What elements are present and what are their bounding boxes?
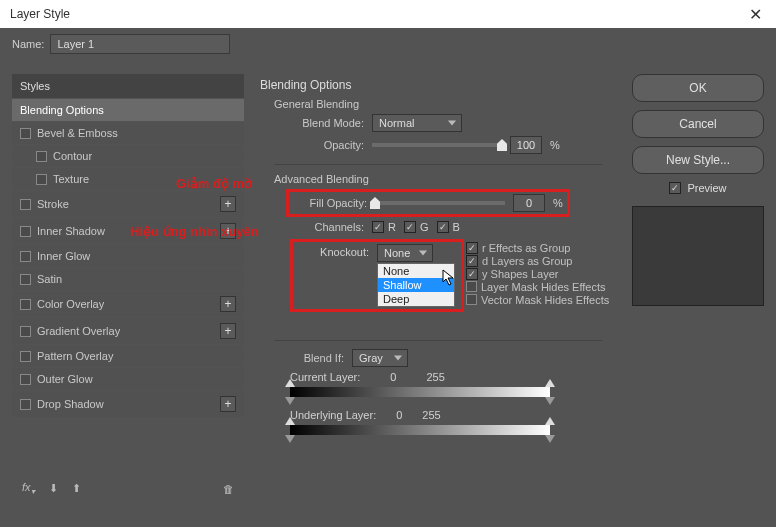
slider-thumb-icon[interactable] [497,139,507,151]
current-layer-gradient[interactable] [290,387,550,397]
opacity-label: Opacity: [290,139,364,151]
dialog-buttons: OK Cancel New Style... ✓ Preview [632,74,764,504]
blend-if-label: Blend If: [290,352,344,364]
style-bevel-emboss[interactable]: Bevel & Emboss [12,122,244,144]
close-icon[interactable]: ✕ [743,3,768,26]
channel-r-checkbox[interactable]: ✓ [372,221,384,233]
annotation-text-1: Giảm độ mờ [176,176,252,191]
preview-row: ✓ Preview [632,182,764,194]
checkbox-icon[interactable] [20,128,31,139]
current-layer-row: Current Layer: 0 255 [290,371,616,383]
cancel-button[interactable]: Cancel [632,110,764,138]
current-layer-label: Current Layer: [290,371,360,383]
style-gradient-overlay[interactable]: Gradient Overlay+ [12,318,244,344]
gradient-stop-icon[interactable] [545,379,555,387]
titlebar: Layer Style ✕ [0,0,776,28]
add-drop-shadow-button[interactable]: + [220,396,236,412]
checkbox-icon[interactable] [20,199,31,210]
fill-opacity-label: Fill Opacity: [293,197,367,209]
add-color-overlay-button[interactable]: + [220,296,236,312]
style-drop-shadow[interactable]: Drop Shadow+ [12,391,244,417]
gradient-stop-icon[interactable] [285,435,295,443]
blend-mode-label: Blend Mode: [290,117,364,129]
knockout-select[interactable]: None [377,244,433,262]
gradient-stop-icon[interactable] [285,379,295,387]
trash-icon[interactable]: 🗑 [223,483,234,495]
style-color-overlay[interactable]: Color Overlay+ [12,291,244,317]
vector-mask-checkbox[interactable] [466,294,477,305]
annotation-box-knockout: Knockout: None None Shallow Deep [290,239,464,312]
arrow-down-icon[interactable]: ⬇ [49,482,58,495]
knockout-label: Knockout: [295,244,369,258]
channel-b-checkbox[interactable]: ✓ [437,221,449,233]
knockout-opt-shallow[interactable]: Shallow [378,278,454,292]
checkbox-icon[interactable] [20,351,31,362]
style-list: Blending Options Bevel & Emboss Contour … [12,99,244,417]
style-footer: fx▾ ⬇ ⬆ 🗑 [12,473,244,504]
checkbox-icon[interactable] [20,251,31,262]
gradient-stop-icon[interactable] [545,435,555,443]
checkbox-icon[interactable] [20,326,31,337]
opacity-input[interactable] [510,136,542,154]
add-gradient-overlay-button[interactable]: + [220,323,236,339]
annotation-box-fill: Fill Opacity: % [286,189,570,217]
checkbox-icon[interactable] [36,174,47,185]
knockout-opt-deep[interactable]: Deep [378,292,454,306]
add-stroke-button[interactable]: + [220,196,236,212]
opacity-slider[interactable] [372,143,502,147]
style-satin[interactable]: Satin [12,268,244,290]
slider-thumb-icon[interactable] [370,197,380,209]
preview-swatch [632,206,764,306]
channel-g-checkbox[interactable]: ✓ [404,221,416,233]
fill-opacity-row: Fill Opacity: % [293,194,563,212]
style-pattern-overlay[interactable]: Pattern Overlay [12,345,244,367]
blend-mode-select[interactable]: Normal [372,114,462,132]
styles-panel: Styles Blending Options Bevel & Emboss C… [12,74,244,504]
style-inner-glow[interactable]: Inner Glow [12,245,244,267]
name-label: Name: [12,38,44,50]
gradient-stop-icon[interactable] [545,417,555,425]
knockout-opt-none[interactable]: None [378,264,454,278]
layer-name-input[interactable] [50,34,230,54]
style-blending-options[interactable]: Blending Options [12,99,244,121]
arrow-up-icon[interactable]: ⬆ [72,482,81,495]
blend-if-row: Blend If: Gray [290,349,616,367]
underlying-layer-row: Underlying Layer: 0 255 [290,409,616,421]
blend-if-select[interactable]: Gray [352,349,408,367]
new-style-button[interactable]: New Style... [632,146,764,174]
underlying-layer-gradient[interactable] [290,425,550,435]
channels-row: Channels: ✓R ✓G ✓B [290,221,616,233]
gradient-stop-icon[interactable] [285,397,295,405]
advanced-blending-title: Advanced Blending [274,173,616,185]
annotation-text-2: Hiệu ứng nhìn xuyên [130,224,259,239]
style-contour[interactable]: Contour [12,145,244,167]
opacity-row: Opacity: % [290,136,616,154]
fx-icon[interactable]: fx▾ [22,481,35,496]
fill-opacity-slider[interactable] [375,201,505,205]
preview-checkbox[interactable]: ✓ [669,182,681,194]
checkbox-icon[interactable] [20,226,31,237]
checkbox-icon[interactable] [20,299,31,310]
transparency-checkbox[interactable]: ✓ [466,268,478,280]
layer-mask-checkbox[interactable] [466,281,477,292]
blend-clipped-checkbox[interactable]: ✓ [466,255,478,267]
underlying-label: Underlying Layer: [290,409,376,421]
channels-label: Channels: [290,221,364,233]
ok-button[interactable]: OK [632,74,764,102]
window-title: Layer Style [10,7,70,21]
checkbox-icon[interactable] [20,274,31,285]
gradient-stop-icon[interactable] [545,397,555,405]
checkbox-icon[interactable] [36,151,47,162]
gradient-stop-icon[interactable] [285,417,295,425]
style-outer-glow[interactable]: Outer Glow [12,368,244,390]
blend-interior-checkbox[interactable]: ✓ [466,242,478,254]
checkbox-icon[interactable] [20,374,31,385]
fill-opacity-input[interactable] [513,194,545,212]
blend-mode-row: Blend Mode: Normal [290,114,616,132]
checkbox-icon[interactable] [20,399,31,410]
knockout-dropdown[interactable]: None Shallow Deep [377,263,455,307]
blending-options-panel: Blending Options General Blending Blend … [256,74,620,504]
general-blending-title: General Blending [274,98,616,110]
styles-header: Styles [12,74,244,98]
style-stroke[interactable]: Stroke+ [12,191,244,217]
